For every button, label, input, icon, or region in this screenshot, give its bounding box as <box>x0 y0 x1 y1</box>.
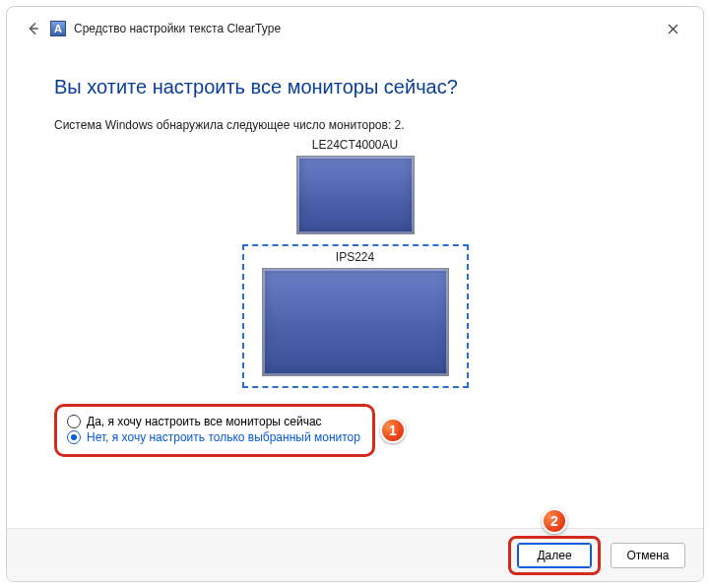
page-heading: Вы хотите настроить все мониторы сейчас? <box>54 76 656 98</box>
next-button-highlight: 2 Далее <box>508 536 601 575</box>
close-button[interactable] <box>652 15 693 42</box>
option-label: Нет, я хочу настроить только выбранный м… <box>87 430 360 444</box>
monitor-item[interactable]: LE24CT4000AU <box>296 138 415 234</box>
monitor-list: LE24CT4000AU IPS224 <box>54 138 656 388</box>
annotation-marker-2: 2 <box>542 508 567 534</box>
monitor-label: IPS224 <box>262 250 449 264</box>
cleartype-app-icon: A <box>50 21 66 36</box>
wizard-window: A Средство настройки текста ClearType Вы… <box>6 6 704 582</box>
option-label: Да, я хочу настроить все мониторы сейчас <box>87 415 322 428</box>
page-subtext: Система Windows обнаружила следующее чис… <box>54 118 656 132</box>
monitor-label: LE24CT4000AU <box>296 138 415 152</box>
back-arrow-icon[interactable] <box>25 21 40 36</box>
wizard-footer: 2 Далее Отмена <box>7 528 703 581</box>
option-tune-selected[interactable]: Нет, я хочу настроить только выбранный м… <box>67 430 360 444</box>
option-tune-all[interactable]: Да, я хочу настроить все мониторы сейчас <box>67 415 360 428</box>
next-button[interactable]: Далее <box>517 543 592 568</box>
monitor-icon <box>262 268 449 376</box>
cancel-button[interactable]: Отмена <box>611 543 685 568</box>
radio-icon <box>67 430 81 444</box>
monitor-icon <box>296 156 415 234</box>
tune-options-group: Да, я хочу настроить все мониторы сейчас… <box>54 404 375 457</box>
titlebar: A Средство настройки текста ClearType <box>7 7 703 50</box>
annotation-marker-1: 1 <box>380 418 406 443</box>
radio-icon <box>67 415 81 428</box>
monitor-item-selected[interactable]: IPS224 <box>242 244 469 388</box>
window-title: Средство настройки текста ClearType <box>74 22 281 35</box>
content-area: Вы хотите настроить все мониторы сейчас?… <box>7 50 703 528</box>
